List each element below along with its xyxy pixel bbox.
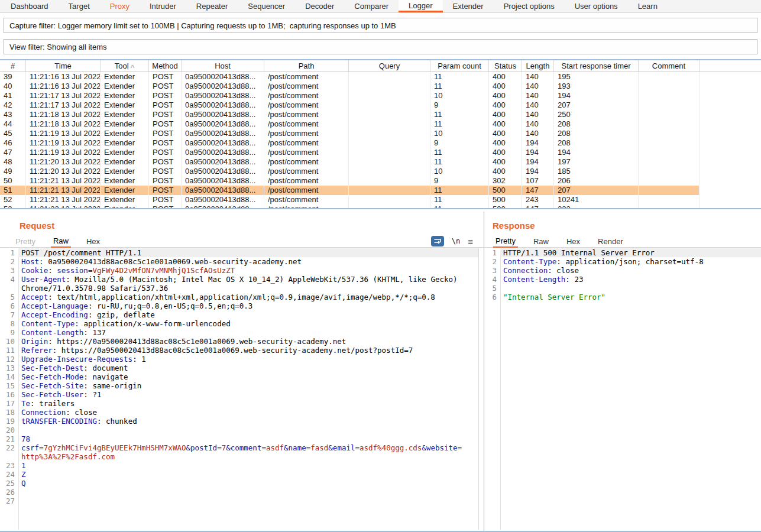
log-row-40[interactable]: 4011:21:16 13 Jul 2022ExtenderPOST0a9500… [0, 82, 761, 91]
log-row-52[interactable]: 5211:21:21 13 Jul 2022ExtenderPOST0a9500… [0, 195, 761, 205]
line-number: 17 [0, 399, 18, 408]
cell-filler [700, 100, 761, 110]
column-header-tool[interactable]: Tool∧ [101, 60, 149, 72]
response-editor[interactable]: 1HTTP/1.1 500 Internal Server Error2Cont… [484, 248, 761, 530]
cell-path: /post/comment [264, 129, 349, 138]
cell-path: /post/comment [264, 186, 349, 195]
column-header-start-response-timer[interactable]: Start response timer [554, 60, 639, 72]
line-number: 2 [0, 257, 18, 266]
column-header-status[interactable]: Status [489, 60, 522, 72]
show-newlines-icon[interactable]: \n [452, 237, 460, 245]
request-tab-raw[interactable]: Raw [51, 235, 71, 248]
log-row-39[interactable]: 3911:21:16 13 Jul 2022ExtenderPOST0a9500… [0, 72, 761, 82]
cell-method: POST [149, 186, 182, 195]
cell-query [349, 82, 430, 91]
line-number: 20 [0, 426, 18, 434]
response-tab-raw[interactable]: Raw [531, 235, 551, 247]
response-tab-render[interactable]: Render [595, 235, 626, 247]
editor-line: 8Content-Type: application/x-www-form-ur… [0, 319, 478, 328]
cell-time: 11:21:17 13 Jul 2022 [26, 91, 101, 100]
cell-comment [639, 119, 700, 129]
log-row-45[interactable]: 4511:21:19 13 Jul 2022ExtenderPOST0a9500… [0, 129, 761, 138]
response-tab-pretty[interactable]: Pretty [493, 235, 518, 248]
cell-num: 47 [0, 148, 26, 157]
cell-method: POST [149, 148, 182, 157]
column-header-path[interactable]: Path [264, 60, 349, 72]
log-row-43[interactable]: 4311:21:18 13 Jul 2022ExtenderPOST0a9500… [0, 110, 761, 119]
cell-path: /post/comment [264, 167, 349, 176]
line-content: Accept-Language: ru-RU,ru;q=0.8,en-US;q=… [18, 301, 478, 310]
cell-timer: 185 [554, 167, 639, 176]
log-row-47[interactable]: 4711:21:19 13 Jul 2022ExtenderPOST0a9500… [0, 148, 761, 157]
column-label: # [11, 61, 15, 70]
menu-tab-project-options[interactable]: Project options [494, 0, 565, 12]
column-header-comment[interactable]: Comment [639, 60, 700, 72]
column-header-query[interactable]: Query [349, 60, 430, 72]
log-row-42[interactable]: 4211:21:17 13 Jul 2022ExtenderPOST0a9500… [0, 100, 761, 110]
log-row-41[interactable]: 4111:21:17 13 Jul 2022ExtenderPOST0a9500… [0, 91, 761, 100]
cell-filler [700, 148, 761, 157]
log-row-51[interactable]: 5111:21:21 13 Jul 2022ExtenderPOST0a9500… [0, 186, 761, 195]
log-row-48[interactable]: 4811:21:20 13 Jul 2022ExtenderPOST0a9500… [0, 157, 761, 167]
menu-tab-repeater[interactable]: Repeater [186, 0, 238, 12]
cell-path: /post/comment [264, 157, 349, 167]
column-header-length[interactable]: Length [522, 60, 554, 72]
menu-tab-proxy[interactable]: Proxy [100, 0, 140, 12]
menu-tab-extender[interactable]: Extender [443, 0, 494, 12]
log-row-46[interactable]: 4611:21:19 13 Jul 2022ExtenderPOST0a9500… [0, 138, 761, 148]
request-editor[interactable]: 1POST /post/comment HTTP/1.12Host: 0a950… [0, 248, 479, 530]
cell-filler [700, 157, 761, 167]
cell-length: 194 [522, 138, 554, 148]
column-header-#[interactable]: # [0, 60, 26, 72]
column-header-method[interactable]: Method [149, 60, 182, 72]
line-number: 3 [0, 266, 18, 275]
log-row-44[interactable]: 4411:21:18 13 Jul 2022ExtenderPOST0a9500… [0, 119, 761, 129]
menu-tab-intruder[interactable]: Intruder [140, 0, 186, 12]
menu-tab-logger[interactable]: Logger [399, 0, 442, 12]
editor-line: 13Sec-Fetch-Dest: document [0, 364, 478, 372]
response-tabs: PrettyRawHexRender [484, 235, 761, 248]
log-row-50[interactable]: 5011:21:21 13 Jul 2022ExtenderPOST0a9500… [0, 176, 761, 186]
cell-path: /post/comment [264, 176, 349, 186]
cell-length: 147 [522, 186, 554, 195]
cell-status: 400 [489, 119, 522, 129]
cell-tool: Extender [101, 186, 149, 195]
cell-timer: 194 [554, 148, 639, 157]
cell-length: 243 [522, 195, 554, 205]
cell-time: 11:21:20 13 Jul 2022 [26, 157, 101, 167]
cell-num: 51 [0, 186, 26, 195]
request-tab-hex[interactable]: Hex [84, 235, 102, 247]
cell-length: 107 [522, 176, 554, 186]
line-content: Connection: close [500, 266, 761, 275]
menu-tab-target[interactable]: Target [59, 0, 100, 12]
column-header-time[interactable]: Time [26, 60, 101, 72]
column-header-param-count[interactable]: Param count [430, 60, 489, 72]
capture-filter-bar[interactable]: Capture filter: Logger memory limit set … [4, 18, 757, 33]
view-filter-text: View filter: Showing all items [9, 43, 107, 51]
request-tab-pretty[interactable]: Pretty [13, 235, 38, 247]
cell-length: 140 [522, 100, 554, 110]
cell-method: POST [149, 100, 182, 110]
menu-tab-sequencer[interactable]: Sequencer [238, 0, 295, 12]
cell-query [349, 186, 430, 195]
column-header-host[interactable]: Host [182, 60, 264, 72]
response-tab-hex[interactable]: Hex [564, 235, 582, 247]
editor-menu-icon[interactable]: ≡ [468, 237, 473, 246]
cell-host: 0a9500020413d88... [182, 100, 264, 110]
menu-tab-comparer[interactable]: Comparer [344, 0, 399, 12]
cell-params: 11 [430, 186, 489, 195]
line-content [18, 426, 478, 434]
menu-tab-decoder[interactable]: Decoder [295, 0, 344, 12]
view-filter-bar[interactable]: View filter: Showing all items [4, 39, 757, 54]
menu-tab-dashboard[interactable]: Dashboard [1, 0, 59, 12]
log-row-49[interactable]: 4911:21:20 13 Jul 2022ExtenderPOST0a9500… [0, 167, 761, 176]
menu-tab-user-options[interactable]: User options [565, 0, 628, 12]
cell-num: 52 [0, 195, 26, 205]
log-row-53[interactable]: 5311:21:22 13 Jul 2022ExtenderPOST0a9500… [0, 205, 761, 209]
word-wrap-icon[interactable] [431, 236, 444, 246]
cell-tool: Extender [101, 72, 149, 82]
cell-query [349, 72, 430, 82]
menu-tab-learn[interactable]: Learn [628, 0, 668, 12]
line-content: Sec-Fetch-User: ?1 [18, 390, 478, 399]
column-label: Path [299, 61, 315, 70]
